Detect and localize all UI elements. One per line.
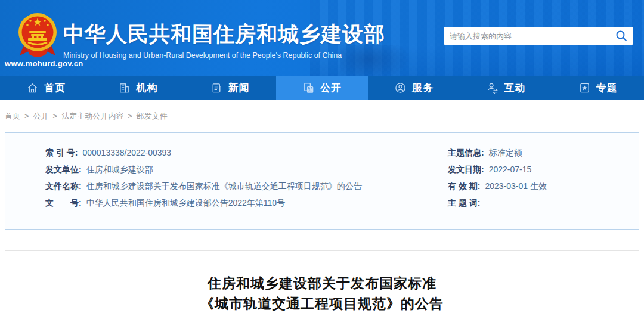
- nav-tab-topics[interactable]: 专题: [552, 76, 644, 100]
- document-content-card: 住房和城乡建设部关于发布国家标准 《城市轨道交通工程项目规范》的公告: [5, 250, 639, 319]
- breadcrumb: 首页>公开>法定主动公开内容>部发文件: [0, 100, 644, 122]
- meta-label: 文 号:: [45, 198, 82, 207]
- national-emblem-icon: [16, 12, 60, 61]
- meta-label: 主题信息:: [448, 148, 484, 157]
- search-box: [444, 27, 633, 45]
- meta-value: 2022-07-15: [489, 165, 532, 174]
- metadata-left-column: 索 引 号:000013338/2022-00393 发文单位:住房和城乡建设部…: [5, 144, 448, 229]
- document-title: 住房和城乡建设部关于发布国家标准 《城市轨道交通工程项目规范》的公告: [5, 273, 639, 314]
- nav-tab-disclosure[interactable]: 公开: [276, 76, 368, 100]
- breadcrumb-separator: >: [24, 112, 29, 120]
- meta-row-keywords: 主 题 词:: [448, 194, 639, 211]
- meta-row-effective-date: 有 效 期:2023-03-01 生效: [448, 178, 639, 194]
- nav-tab-news[interactable]: 新闻: [184, 76, 276, 100]
- meta-row-index-number: 索 引 号:000013338/2022-00393: [45, 144, 448, 161]
- site-title: 中华人民共和国住房和城乡建设部: [63, 20, 385, 48]
- nav-tab-home[interactable]: 首页: [0, 76, 92, 100]
- meta-row-document-name: 文件名称:住房和城乡建设部关于发布国家标准《城市轨道交通工程项目规范》的公告: [45, 178, 448, 194]
- meta-row-topic-info: 主题信息:标准定额: [448, 144, 639, 161]
- search-icon: [615, 30, 627, 42]
- meta-label: 有 效 期:: [448, 181, 480, 191]
- interaction-icon: [487, 82, 499, 94]
- meta-value: 中华人民共和国住房和城乡建设部公告2022年第110号: [86, 198, 285, 207]
- breadcrumb-separator: >: [128, 112, 132, 120]
- meta-value: 000013338/2022-00393: [82, 148, 171, 157]
- disclosure-icon: [302, 82, 315, 94]
- meta-value: 2023-03-01 生效: [485, 181, 547, 191]
- site-url: www.mohurd.gov.cn: [5, 59, 83, 68]
- breadcrumb-disclosure[interactable]: 公开: [33, 112, 49, 120]
- home-icon: [26, 82, 39, 94]
- site-header: www.mohurd.gov.cn 中华人民共和国住房和城乡建设部 Minist…: [0, 0, 644, 76]
- nav-tab-interaction[interactable]: 互动: [460, 76, 552, 100]
- national-emblem-logo[interactable]: [16, 12, 60, 61]
- meta-label: 发文单位:: [45, 165, 82, 174]
- meta-label: 发文日期:: [448, 165, 484, 174]
- page: www.mohurd.gov.cn 中华人民共和国住房和城乡建设部 Minist…: [0, 0, 644, 319]
- meta-label: 主 题 词:: [448, 198, 480, 207]
- document-metadata-panel: 索 引 号:000013338/2022-00393 发文单位:住房和城乡建设部…: [5, 132, 639, 230]
- nav-tab-organization[interactable]: 机构: [92, 76, 184, 100]
- search-input[interactable]: [444, 32, 609, 41]
- meta-row-issue-date: 发文日期:2022-07-15: [448, 161, 639, 178]
- breadcrumb-ministry-documents[interactable]: 部发文件: [137, 112, 168, 120]
- services-icon: [394, 82, 407, 94]
- document-title-line2: 《城市轨道交通工程项目规范》的公告: [5, 293, 639, 314]
- breadcrumb-separator: >: [53, 112, 58, 120]
- search-button[interactable]: [609, 27, 633, 45]
- main-nav: 首页 机构 新闻 公开 服务: [0, 76, 644, 100]
- organization-icon: [118, 82, 131, 94]
- meta-value: 住房和城乡建设部: [86, 165, 153, 174]
- news-icon: [210, 82, 223, 94]
- breadcrumb-statutory-disclosure[interactable]: 法定主动公开内容: [61, 112, 123, 120]
- nav-tab-services[interactable]: 服务: [368, 76, 460, 100]
- document-title-line1: 住房和城乡建设部关于发布国家标准: [5, 273, 639, 293]
- meta-row-document-number: 文 号:中华人民共和国住房和城乡建设部公告2022年第110号: [45, 194, 448, 211]
- topics-icon: [578, 82, 591, 94]
- breadcrumb-home[interactable]: 首页: [5, 112, 20, 120]
- meta-value: 标准定额: [489, 148, 522, 157]
- metadata-right-column: 主题信息:标准定额 发文日期:2022-07-15 有 效 期:2023-03-…: [448, 144, 639, 229]
- meta-row-issuing-unit: 发文单位:住房和城乡建设部: [45, 161, 448, 178]
- meta-value: 住房和城乡建设部关于发布国家标准《城市轨道交通工程项目规范》的公告: [86, 181, 362, 191]
- meta-label: 索 引 号:: [45, 148, 78, 157]
- breadcrumb-bar: 首页>公开>法定主动公开内容>部发文件: [0, 100, 644, 132]
- meta-label: 文件名称:: [45, 181, 82, 191]
- site-subtitle-english: Ministry of Housing and Urban-Rural Deve…: [63, 51, 385, 60]
